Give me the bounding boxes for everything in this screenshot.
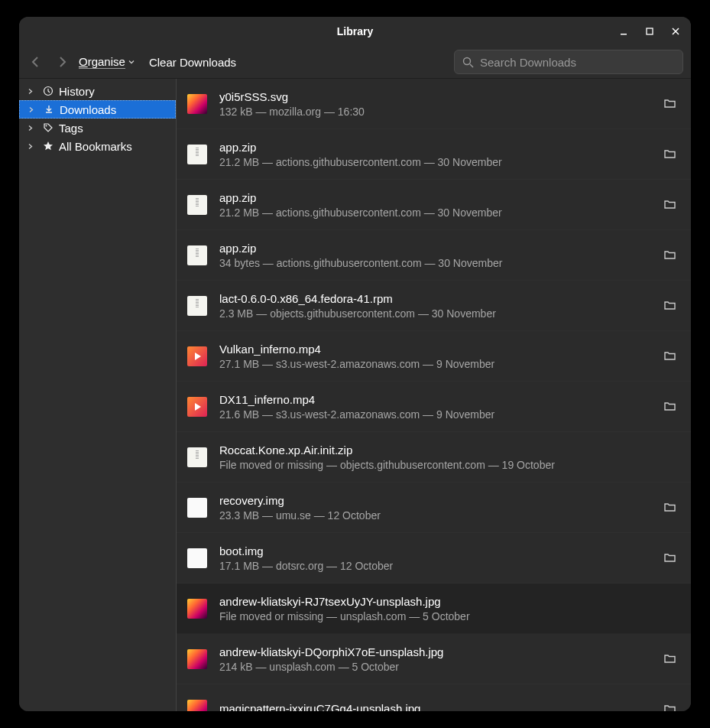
- download-subtext: 21.6 MB — s3.us-west-2.amazonaws.com — 9…: [219, 408, 650, 421]
- download-row[interactable]: recovery.img23.3 MB — umu.se — 12 Octobe…: [177, 483, 691, 533]
- download-row[interactable]: Roccat.Kone.xp.Air.init.zipFile moved or…: [177, 432, 691, 483]
- download-row[interactable]: boot.img17.1 MB — dotsrc.org — 12 Octobe…: [177, 533, 691, 583]
- download-meta: recovery.img23.3 MB — umu.se — 12 Octobe…: [219, 494, 650, 522]
- open-folder-button[interactable]: [662, 298, 677, 314]
- open-folder-button[interactable]: [662, 197, 677, 213]
- download-row[interactable]: Vulkan_inferno.mp427.1 MB — s3.us-west-2…: [177, 331, 691, 382]
- download-row[interactable]: app.zip34 bytes — actions.githubusercont…: [177, 230, 691, 281]
- file-thumbnail: [187, 245, 207, 265]
- organise-menu[interactable]: Organise: [79, 55, 135, 69]
- download-subtext: 17.1 MB — dotsrc.org — 12 October: [219, 560, 650, 572]
- download-filename: boot.img: [219, 544, 650, 557]
- download-meta: andrew-kliatskyi-DQorphiX7oE-unsplash.jp…: [219, 645, 650, 673]
- sidebar-item-downloads[interactable]: Downloads: [19, 100, 176, 119]
- downloads-list[interactable]: y0i5rSSS.svg132 kB — mozilla.org — 16:30…: [177, 79, 691, 711]
- download-row[interactable]: lact-0.6.0-0.x86_64.fedora-41.rpm2.3 MB …: [177, 281, 691, 331]
- maximize-button[interactable]: [642, 24, 657, 39]
- forward-button[interactable]: [53, 53, 71, 71]
- back-button[interactable]: [27, 53, 45, 71]
- download-row[interactable]: andrew-kliatskyi-RJ7tsexUyJY-unsplash.jp…: [177, 583, 691, 634]
- download-row[interactable]: DX11_inferno.mp421.6 MB — s3.us-west-2.a…: [177, 382, 691, 432]
- open-folder-button[interactable]: [662, 399, 677, 414]
- download-row[interactable]: andrew-kliatskyi-DQorphiX7oE-unsplash.jp…: [177, 634, 691, 684]
- download-subtext: 2.3 MB — objects.githubusercontent.com —…: [219, 307, 650, 320]
- window-controls: [616, 24, 683, 39]
- star-icon: [42, 141, 54, 151]
- download-icon: [43, 104, 55, 115]
- file-thumbnail: [187, 649, 207, 669]
- download-meta: andrew-kliatskyi-RJ7tsexUyJY-unsplash.jp…: [219, 595, 650, 622]
- sidebar-item-label: Downloads: [60, 103, 116, 116]
- download-subtext: 21.2 MB — actions.githubusercontent.com …: [219, 206, 650, 219]
- body: HistoryDownloadsTagsAll Bookmarks y0i5rS…: [19, 78, 691, 711]
- library-window: Library Organise Clear Downloads: [19, 17, 691, 711]
- download-filename: app.zip: [219, 242, 650, 255]
- file-thumbnail: [187, 145, 207, 164]
- search-icon: [462, 57, 474, 68]
- chevron-right-icon[interactable]: [27, 88, 34, 95]
- download-subtext: 132 kB — mozilla.org — 16:30: [219, 106, 650, 118]
- download-filename: Vulkan_inferno.mp4: [219, 343, 650, 356]
- tag-icon: [42, 122, 54, 133]
- download-subtext: 214 kB — unsplash.com — 5 October: [219, 661, 650, 673]
- chevron-right-icon[interactable]: [28, 106, 34, 113]
- svg-rect-0: [621, 34, 627, 35]
- sidebar-item-label: Tags: [59, 122, 83, 135]
- download-subtext: 23.3 MB — umu.se — 12 October: [219, 509, 650, 522]
- download-row[interactable]: app.zip21.2 MB — actions.githubuserconte…: [177, 129, 691, 180]
- download-filename: y0i5rSSS.svg: [219, 90, 650, 103]
- chevron-right-icon[interactable]: [27, 143, 34, 150]
- file-thumbnail: [187, 94, 207, 114]
- sidebar-item-label: All Bookmarks: [59, 140, 132, 153]
- download-meta: Roccat.Kone.xp.Air.init.zipFile moved or…: [219, 444, 650, 471]
- chevron-right-icon[interactable]: [27, 125, 34, 132]
- search-box[interactable]: [454, 50, 683, 74]
- download-filename: DX11_inferno.mp4: [219, 393, 650, 406]
- download-meta: Vulkan_inferno.mp427.1 MB — s3.us-west-2…: [219, 343, 650, 370]
- file-thumbnail: [187, 700, 207, 712]
- download-filename: app.zip: [219, 141, 650, 154]
- open-folder-button[interactable]: [662, 500, 677, 515]
- file-thumbnail: [187, 346, 207, 366]
- download-subtext: 27.1 MB — s3.us-west-2.amazonaws.com — 9…: [219, 358, 650, 370]
- open-folder-button[interactable]: [662, 147, 677, 162]
- download-filename: andrew-kliatskyi-RJ7tsexUyJY-unsplash.jp…: [219, 595, 650, 608]
- sidebar-item-tags[interactable]: Tags: [19, 119, 176, 137]
- download-meta: y0i5rSSS.svg132 kB — mozilla.org — 16:30: [219, 90, 650, 118]
- minimize-button[interactable]: [616, 24, 631, 39]
- open-folder-button[interactable]: [662, 248, 677, 263]
- download-filename: Roccat.Kone.xp.Air.init.zip: [219, 444, 650, 457]
- clear-downloads-button[interactable]: Clear Downloads: [149, 56, 236, 69]
- organise-label: Organise: [79, 55, 125, 69]
- download-filename: andrew-kliatskyi-DQorphiX7oE-unsplash.jp…: [219, 645, 650, 658]
- open-folder-button[interactable]: [662, 702, 677, 712]
- download-filename: recovery.img: [219, 494, 650, 507]
- download-meta: DX11_inferno.mp421.6 MB — s3.us-west-2.a…: [219, 393, 650, 421]
- download-row[interactable]: app.zip21.2 MB — actions.githubuserconte…: [177, 180, 691, 230]
- sidebar-item-history[interactable]: History: [19, 82, 176, 100]
- download-subtext: 34 bytes — actions.githubusercontent.com…: [219, 257, 650, 269]
- open-folder-button[interactable]: [662, 652, 677, 667]
- file-thumbnail: [187, 599, 207, 619]
- download-meta: app.zip21.2 MB — actions.githubuserconte…: [219, 141, 650, 168]
- toolbar: Organise Clear Downloads: [19, 46, 691, 78]
- open-folder-button[interactable]: [662, 349, 677, 364]
- file-thumbnail: [187, 397, 207, 417]
- download-filename: lact-0.6.0-0.x86_64.fedora-41.rpm: [219, 292, 650, 305]
- file-thumbnail: [187, 548, 207, 568]
- download-subtext: 21.2 MB — actions.githubusercontent.com …: [219, 156, 650, 168]
- open-folder-button[interactable]: [662, 551, 677, 566]
- download-meta: magicpattern-ixxjruC7Gg4-unsplash.jpg: [219, 702, 650, 712]
- sidebar-item-label: History: [59, 85, 95, 98]
- close-button[interactable]: [668, 24, 683, 39]
- download-meta: app.zip34 bytes — actions.githubusercont…: [219, 242, 650, 269]
- download-filename: magicpattern-ixxjruC7Gg4-unsplash.jpg: [219, 702, 650, 712]
- download-subtext: File moved or missing — objects.githubus…: [219, 459, 650, 471]
- open-folder-button[interactable]: [662, 96, 677, 112]
- download-subtext: File moved or missing — unsplash.com — 5…: [219, 610, 650, 622]
- download-row[interactable]: magicpattern-ixxjruC7Gg4-unsplash.jpg: [177, 684, 691, 711]
- sidebar: HistoryDownloadsTagsAll Bookmarks: [19, 79, 177, 711]
- download-row[interactable]: y0i5rSSS.svg132 kB — mozilla.org — 16:30: [177, 79, 691, 129]
- search-input[interactable]: [480, 56, 675, 69]
- sidebar-item-allbookmarks[interactable]: All Bookmarks: [19, 137, 176, 155]
